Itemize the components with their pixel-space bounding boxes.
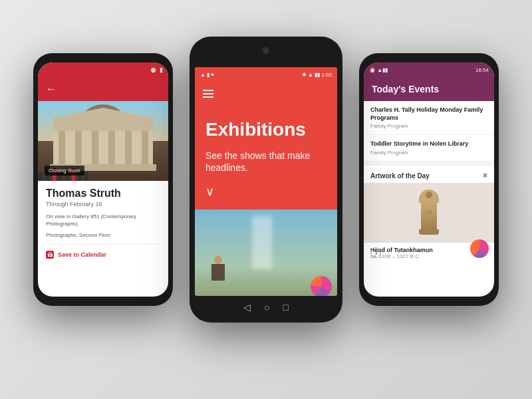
event-title-2: Toddler Storytime in Nolen Library: [370, 140, 487, 148]
battery-icon: ▮: [160, 66, 163, 73]
status-left-icons: ▲ ▮ ♥: [200, 72, 214, 78]
center-phone: ▲ ▮ ♥ ✱ ▲ ▮▮ 1:02 Exhibitions See the sh…: [190, 37, 342, 323]
painter-figure: [208, 256, 228, 289]
exhibition-desc2: Photographs, Second Floor: [46, 231, 160, 239]
menu-button[interactable]: [203, 90, 213, 98]
artifact-body: [421, 203, 437, 229]
artifact-base: [419, 229, 439, 235]
artwork-panel: Artwork of the Day × Head of Tutankhamun…: [364, 166, 494, 263]
column: [125, 131, 132, 164]
person: [39, 172, 43, 181]
time-signal: ✱ ▲ ▮▮ 1:02: [302, 72, 332, 78]
pantheon-roof: [53, 118, 153, 131]
center-status-bar: ▲ ▮ ♥ ✱ ▲ ▮▮ 1:02: [195, 67, 337, 82]
exhibition-desc1: On view in Gallery 851 (Contemporary Pho…: [46, 213, 160, 227]
status-right-icons: ✱ ▲ ▮▮ 1:02: [302, 72, 332, 78]
exhibitions-title: Exhibitions: [205, 119, 327, 140]
right-signal-icon: ▲▮▮: [377, 67, 388, 73]
camera-center: [263, 47, 269, 54]
right-header-title: Today's Events: [372, 84, 439, 94]
divider: [46, 243, 160, 244]
exhibition-dates: Through February 16: [46, 201, 160, 207]
painting-scene: [195, 209, 337, 296]
right-status-left: ⏰ ▲▮▮: [369, 67, 388, 73]
right-phone: ⏰ ▲▮▮ 16:54 Today's Events Charles H. Ta…: [359, 53, 499, 306]
event-item-1[interactable]: Charles H. Tally Holiday Monday Family P…: [364, 101, 494, 135]
waterfall: [252, 216, 272, 269]
artwork-of-day-label: Artwork of the Day: [370, 172, 430, 180]
figure-body: [211, 264, 225, 281]
nav-buttons: ◁ ○ □: [190, 297, 342, 317]
event-type-1: Family Program: [370, 123, 487, 129]
left-phone-screen: ⏰ ▮ ←: [38, 63, 168, 297]
back-button[interactable]: ←: [46, 83, 57, 95]
right-pie-chart[interactable]: [470, 239, 489, 258]
right-status-bar: ⏰ ▲▮▮ 16:54: [364, 63, 494, 77]
artwork-date: ca. 1336 – 1327 B.C.: [370, 253, 487, 259]
hamburger-line: [203, 90, 213, 91]
left-status-bar: ⏰ ▮: [38, 63, 168, 77]
artwork-image: [364, 183, 494, 243]
column: [108, 131, 115, 164]
exhibition-title: Thomas Struth: [46, 188, 160, 200]
left-content: Thomas Struth Through February 16 On vie…: [38, 181, 168, 268]
chevron-down-icon[interactable]: ∨: [205, 184, 327, 199]
person: [84, 172, 88, 181]
recents-nav-icon[interactable]: □: [283, 302, 289, 313]
column: [59, 131, 65, 164]
home-nav-icon[interactable]: ○: [264, 302, 269, 313]
left-phone: ⏰ ▮ ←: [33, 53, 173, 306]
exhibition-image: Closing Soon: [38, 101, 168, 181]
right-phone-screen: ⏰ ▲▮▮ 16:54 Today's Events Charles H. Ta…: [364, 63, 494, 297]
close-artwork-panel-button[interactable]: ×: [483, 171, 487, 180]
artwork-panel-header: Artwork of the Day ×: [364, 166, 494, 183]
left-header: ←: [38, 77, 168, 101]
save-calendar-label: Save to Calendar: [58, 251, 106, 258]
alarm-icon: ⏰: [150, 66, 157, 73]
save-calendar-button[interactable]: 📅 Save to Calendar: [46, 248, 160, 261]
pantheon-columns: [53, 131, 153, 164]
right-time: 16:54: [475, 67, 489, 73]
hamburger-line: [203, 96, 213, 98]
event-item-2[interactable]: Toddler Storytime in Nolen Library Famil…: [364, 135, 494, 162]
event-type-2: Family Program: [370, 150, 487, 156]
notification-icons: ▲ ▮ ♥: [200, 72, 214, 78]
column: [75, 131, 82, 164]
figure-head: [214, 256, 222, 264]
right-header: Today's Events: [364, 77, 494, 101]
calendar-icon: 📅: [46, 251, 54, 259]
painting-image: [195, 209, 337, 296]
center-phone-screen: ▲ ▮ ♥ ✱ ▲ ▮▮ 1:02 Exhibitions See the sh…: [195, 67, 337, 296]
column: [92, 131, 98, 164]
column: [142, 131, 148, 164]
right-content: Charles H. Tally Holiday Monday Family P…: [364, 101, 494, 263]
pie-chart[interactable]: [311, 276, 332, 296]
right-alarm-icon: ⏰: [369, 67, 376, 73]
event-title-1: Charles H. Tally Holiday Monday Family P…: [370, 106, 487, 122]
center-header: [195, 82, 337, 106]
exhibitions-tagline: See the shows that make headlines.: [205, 150, 327, 174]
hamburger-line: [203, 93, 213, 94]
back-nav-icon[interactable]: ◁: [243, 302, 251, 313]
info-button[interactable]: ℹ: [370, 247, 381, 258]
pantheon: [53, 118, 153, 171]
artifact-top: [419, 190, 439, 203]
exhibitions-hero: Exhibitions See the shows that make head…: [195, 106, 337, 209]
tutankhamun-artifact: [416, 190, 442, 236]
closing-badge: Closing Soon: [45, 166, 84, 176]
